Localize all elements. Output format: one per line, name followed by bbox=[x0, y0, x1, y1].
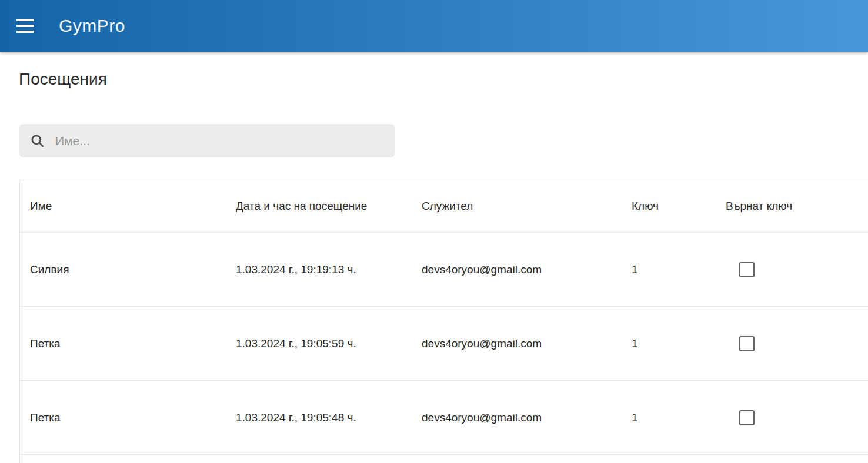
search-box[interactable] bbox=[19, 124, 395, 157]
cell-datetime: 1.03.2024 г., 19:19:13 ч. bbox=[236, 263, 422, 276]
cell-employee: devs4oryou@gmail.com bbox=[422, 263, 632, 276]
menu-bar bbox=[16, 31, 34, 33]
cell-key-returned bbox=[726, 262, 868, 277]
app-title: GymPro bbox=[59, 16, 125, 36]
page-title: Посещения bbox=[19, 69, 868, 89]
menu-bar bbox=[16, 19, 34, 21]
table-row: Петка 1.03.2024 г., 19:05:59 ч. devs4ory… bbox=[20, 306, 868, 380]
cell-key: 1 bbox=[632, 337, 726, 350]
column-header-key: Ключ bbox=[632, 200, 726, 213]
column-header-name: Име bbox=[20, 200, 236, 213]
table-row: Силвия 1.03.2024 г., 19:19:13 ч. devs4or… bbox=[20, 232, 868, 306]
table-row-partial bbox=[20, 454, 868, 463]
app-bar: GymPro bbox=[0, 0, 868, 52]
cell-employee: devs4oryou@gmail.com bbox=[422, 411, 632, 424]
app-window: GymPro Посещения Име Дата и час на посещ… bbox=[0, 0, 868, 463]
column-header-key-returned: Върнат ключ bbox=[726, 200, 868, 213]
cell-key-returned bbox=[726, 336, 868, 351]
table-row: Петка 1.03.2024 г., 19:05:48 ч. devs4ory… bbox=[20, 380, 868, 454]
main-content: Посещения Име Дата и час на посещение Сл… bbox=[0, 69, 868, 463]
search-input[interactable] bbox=[45, 124, 395, 157]
cell-key: 1 bbox=[632, 411, 726, 424]
column-header-employee: Служител bbox=[422, 200, 632, 213]
cell-employee: devs4oryou@gmail.com bbox=[422, 337, 632, 350]
visits-table: Име Дата и час на посещение Служител Клю… bbox=[19, 180, 868, 463]
cell-name: Петка bbox=[20, 411, 236, 424]
cell-name: Силвия bbox=[20, 263, 236, 276]
key-returned-checkbox[interactable] bbox=[739, 262, 755, 277]
key-returned-checkbox[interactable] bbox=[739, 336, 755, 351]
menu-bar bbox=[16, 25, 34, 27]
search-icon bbox=[29, 133, 45, 149]
key-returned-checkbox[interactable] bbox=[739, 410, 755, 425]
cell-key: 1 bbox=[632, 263, 726, 276]
cell-key-returned bbox=[726, 410, 868, 425]
column-header-datetime: Дата и час на посещение bbox=[236, 200, 422, 213]
menu-icon[interactable] bbox=[16, 19, 34, 33]
cell-datetime: 1.03.2024 г., 19:05:59 ч. bbox=[236, 337, 422, 350]
cell-datetime: 1.03.2024 г., 19:05:48 ч. bbox=[236, 411, 422, 424]
cell-name: Петка bbox=[20, 337, 236, 350]
table-header-row: Име Дата и час на посещение Служител Клю… bbox=[20, 180, 868, 232]
